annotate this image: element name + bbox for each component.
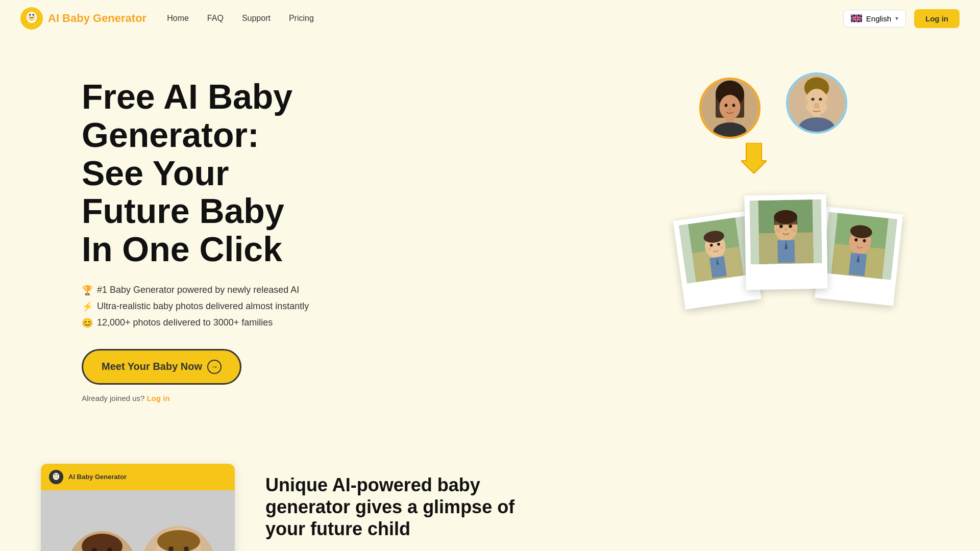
svg-rect-34	[709, 256, 727, 278]
nav-support[interactable]: Support	[242, 14, 271, 22]
mom-photo	[699, 78, 761, 139]
svg-point-13	[729, 108, 731, 110]
baby-face-left	[679, 216, 753, 284]
logo-icon	[20, 7, 43, 30]
hero-illustration	[684, 67, 919, 353]
svg-point-63	[57, 474, 58, 475]
app-body	[41, 490, 235, 551]
svg-point-4	[30, 14, 31, 16]
trophy-icon: 🏆	[82, 285, 93, 296]
feature-1: 🏆 #1 Baby Generator powered by newly rel…	[82, 285, 309, 296]
nav-faq[interactable]: FAQ	[207, 14, 224, 22]
feature-3: 😊 12,000+ photos delivered to 3000+ fami…	[82, 317, 309, 329]
flag-icon	[851, 14, 862, 22]
logo-link[interactable]: AI Baby Generator	[20, 7, 146, 30]
svg-marker-25	[741, 143, 767, 173]
bottom-section-title: Unique AI-powered baby generator gives a…	[265, 474, 521, 540]
hero-title: Free AI Baby Generator: See Your Future …	[82, 78, 309, 268]
app-title-small: AI Baby Generator	[68, 473, 127, 481]
login-link[interactable]: Log in	[147, 394, 170, 403]
smiley-icon: 😊	[82, 317, 93, 329]
chevron-down-icon: ▾	[895, 15, 898, 22]
arrow-circle-icon: →	[207, 360, 222, 374]
svg-rect-56	[849, 253, 867, 276]
language-label: English	[866, 14, 891, 23]
language-selector[interactable]: English ▾	[843, 10, 906, 28]
app-card: AI Baby Generator	[41, 464, 235, 551]
baby-photo-main	[744, 194, 827, 290]
svg-point-5	[33, 14, 34, 16]
svg-point-12	[732, 104, 736, 107]
cta-button[interactable]: Meet Your Baby Now →	[82, 349, 241, 385]
hero-content: Free AI Baby Generator: See Your Future …	[82, 67, 309, 403]
nav-home[interactable]: Home	[167, 14, 189, 22]
svg-rect-40	[774, 217, 797, 225]
svg-point-10	[719, 95, 740, 120]
svg-point-62	[55, 474, 56, 475]
nav-pricing[interactable]: Pricing	[289, 14, 314, 22]
bottom-text-content: Unique AI-powered baby generator gives a…	[265, 464, 521, 551]
app-header: AI Baby Generator	[41, 464, 235, 490]
app-logo-small	[49, 470, 63, 484]
svg-point-22	[819, 98, 822, 101]
svg-point-20	[825, 99, 830, 106]
baby-photos	[674, 185, 919, 353]
feature-2: ⚡ Ultra-realistic baby photos delivered …	[82, 301, 309, 312]
baby-photo-right	[815, 206, 903, 306]
svg-point-19	[803, 99, 808, 106]
login-button[interactable]: Log in	[914, 9, 960, 28]
baby-face-right	[822, 212, 897, 280]
bolt-icon: ⚡	[82, 301, 93, 312]
down-arrow-icon	[741, 143, 767, 173]
baby-face-main	[750, 199, 822, 264]
svg-point-21	[811, 98, 815, 101]
hero-section: Free AI Baby Generator: See Your Future …	[0, 37, 980, 433]
app-body-preview	[41, 490, 235, 551]
navbar: AI Baby Generator Home FAQ Support Prici…	[0, 0, 980, 37]
dad-avatar	[788, 74, 845, 132]
bottom-section: AI Baby Generator	[0, 433, 980, 551]
logo-text: AI Baby Generator	[48, 12, 146, 25]
mom-avatar	[701, 80, 758, 137]
hero-features: 🏆 #1 Baby Generator powered by newly rel…	[82, 285, 309, 329]
app-preview: AI Baby Generator	[41, 464, 235, 551]
already-joined-text: Already joined us? Log in	[82, 394, 309, 403]
svg-point-11	[725, 104, 728, 107]
dad-photo	[786, 72, 847, 134]
